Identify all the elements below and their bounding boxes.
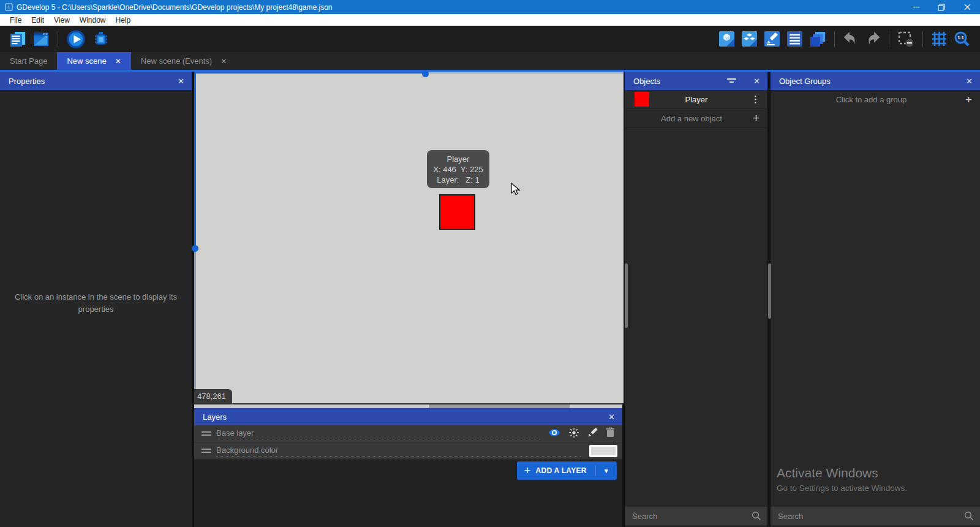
layer-visibility-eye-icon[interactable] <box>548 428 560 440</box>
svg-text:1:1: 1:1 <box>957 36 963 40</box>
layers-close-icon[interactable]: ✕ <box>601 412 622 422</box>
object-name: Player <box>649 95 744 104</box>
toolbar-divider <box>889 31 889 47</box>
open-object-groups-panel-button[interactable] <box>741 31 758 47</box>
background-color-label: Background color <box>216 445 581 457</box>
objects-search-input[interactable] <box>625 512 752 521</box>
open-objects-panel-button[interactable] <box>718 31 735 47</box>
toolbar: 1:1 <box>0 26 980 52</box>
object-row-player[interactable]: Player ⋮ <box>625 90 767 109</box>
objects-scrollbar-thumb[interactable] <box>625 264 628 328</box>
add-object-row[interactable]: Add a new object + <box>625 109 767 128</box>
groups-search-input[interactable] <box>771 512 964 521</box>
add-group-plus-icon[interactable]: + <box>957 93 980 107</box>
close-button[interactable] <box>954 0 980 14</box>
layers-panel: Layers ✕ Base layer <box>194 408 622 527</box>
toolbar-divider <box>834 31 835 47</box>
preview-button[interactable] <box>66 29 86 49</box>
layers-panel-header: Layers ✕ <box>194 408 622 425</box>
titlebar: GDevelop 5 - C:\Users\Sparkle\OneDrive\D… <box>0 0 980 14</box>
tab-close-icon[interactable]: ✕ <box>221 57 227 66</box>
instance-tooltip: Player X: 446 Y: 225 Layer: Z: 1 <box>427 150 489 188</box>
properties-panel: Properties ✕ Click on an instance in the… <box>0 72 192 527</box>
open-layers-panel-button[interactable] <box>809 31 826 48</box>
object-menu-kebab-icon[interactable]: ⋮ <box>744 94 767 105</box>
canvas-top-scrollbar-track[interactable] <box>194 72 425 74</box>
groups-scrollbar-thumb[interactable] <box>768 264 771 319</box>
canvas-left-scrollbar-thumb[interactable] <box>192 245 198 252</box>
properties-close-icon[interactable]: ✕ <box>170 77 192 86</box>
background-color-swatch[interactable] <box>589 445 617 457</box>
tab-close-icon[interactable]: ✕ <box>115 57 121 66</box>
objects-panel-title: Objects <box>625 77 727 86</box>
minimize-button[interactable] <box>903 0 929 14</box>
menubar: File Edit View Window Help <box>0 14 980 26</box>
toolbar-divider <box>922 31 923 47</box>
canvas-top-scrollbar-track[interactable] <box>425 72 624 74</box>
search-icon <box>752 511 761 521</box>
add-object-plus-icon[interactable]: + <box>745 112 767 125</box>
app-logo-icon <box>5 3 13 11</box>
canvas-left-scrollbar-track[interactable] <box>194 248 196 403</box>
debug-button[interactable] <box>92 30 110 48</box>
tab-new-scene-events[interactable]: New scene (Events) ✕ <box>131 52 236 70</box>
layer-row-background-color[interactable]: Background color <box>194 442 622 460</box>
object-groups-close-icon[interactable]: ✕ <box>959 77 980 86</box>
edit-scene-properties-button[interactable] <box>764 31 780 47</box>
objects-panel-header: Objects ✕ <box>625 72 767 90</box>
player-object-instance[interactable] <box>439 194 475 230</box>
add-layer-button[interactable]: + ADD A LAYER ▼ <box>517 461 617 480</box>
gdevelop-window: GDevelop 5 - C:\Users\Sparkle\OneDrive\D… <box>0 0 980 527</box>
objects-filter-icon[interactable] <box>727 78 746 84</box>
groups-search-bar <box>771 507 980 525</box>
tabbar: Start Page New scene ✕ New scene (Events… <box>0 52 980 72</box>
player-object-thumbnail <box>635 92 649 107</box>
start-page-window-button[interactable] <box>32 31 50 48</box>
chevron-down-icon[interactable]: ▼ <box>596 468 617 474</box>
plus-icon: + <box>517 464 536 477</box>
menu-window[interactable]: Window <box>75 16 111 25</box>
layer-effects-icon[interactable] <box>568 427 579 441</box>
menu-file[interactable]: File <box>5 16 26 25</box>
redo-button[interactable] <box>865 31 881 47</box>
object-groups-panel-title: Object Groups <box>771 77 959 86</box>
object-groups-panel: Object Groups ✕ Click to add a group + A… <box>771 72 980 527</box>
drag-handle-icon[interactable] <box>202 449 211 453</box>
canvas-top-scrollbar-thumb[interactable] <box>422 70 429 77</box>
tab-new-scene[interactable]: New scene ✕ <box>57 52 130 70</box>
objects-panel: Objects ✕ Player ⋮ Add a new object + <box>625 72 767 527</box>
canvas-left-scrollbar-track[interactable] <box>194 72 196 248</box>
add-group-row[interactable]: Click to add a group + <box>771 90 980 109</box>
menu-help[interactable]: Help <box>111 16 136 25</box>
tooltip-object-name: Player <box>427 154 489 164</box>
project-manager-button[interactable] <box>9 31 26 48</box>
delete-selection-button[interactable] <box>897 31 914 48</box>
menu-view[interactable]: View <box>49 16 75 25</box>
tooltip-layer: Layer: Z: 1 <box>427 175 489 185</box>
properties-panel-header: Properties ✕ <box>0 72 192 90</box>
open-instances-list-button[interactable] <box>786 31 803 47</box>
tooltip-position: X: 446 Y: 225 <box>427 164 489 175</box>
layer-name-field[interactable]: Base layer <box>216 428 540 439</box>
restore-button[interactable] <box>929 0 954 14</box>
layer-delete-trash-icon[interactable] <box>606 427 615 440</box>
layer-row-base-layer[interactable]: Base layer <box>194 425 622 442</box>
undo-button[interactable] <box>843 31 859 47</box>
search-icon <box>964 511 974 521</box>
toggle-grid-button[interactable] <box>931 31 948 47</box>
toolbar-divider <box>58 31 58 47</box>
tab-start-page[interactable]: Start Page <box>0 52 57 70</box>
properties-panel-title: Properties <box>0 77 170 86</box>
object-groups-panel-header: Object Groups ✕ <box>771 72 980 90</box>
menu-edit[interactable]: Edit <box>26 16 49 25</box>
cursor-coordinates-badge: 478;261 <box>194 389 232 403</box>
drag-handle-icon[interactable] <box>202 431 211 436</box>
objects-close-icon[interactable]: ✕ <box>746 77 767 86</box>
layer-edit-pencil-icon[interactable] <box>587 427 598 440</box>
zoom-reset-button[interactable]: 1:1 <box>954 31 971 48</box>
objects-search-bar <box>625 507 767 525</box>
scene-canvas[interactable]: Player X: 446 Y: 225 Layer: Z: 1 478;261 <box>194 72 624 404</box>
workspace: Properties ✕ Click on an instance in the… <box>0 72 980 527</box>
windows-activation-watermark: Activate Windows Go to Settings to activ… <box>777 466 907 493</box>
mouse-cursor-icon <box>510 183 522 199</box>
